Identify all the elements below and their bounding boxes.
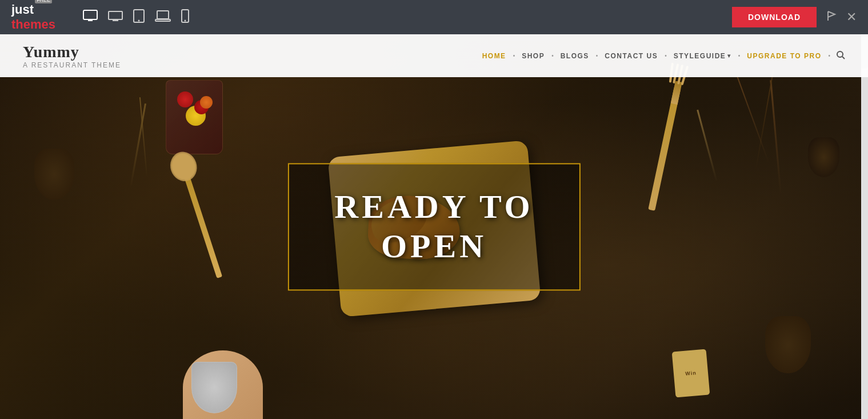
hero-section: Win READY TO OPEN: [0, 34, 868, 419]
mobile-icon[interactable]: [181, 9, 189, 26]
nav-item-contact[interactable]: CONTACT US: [601, 50, 661, 62]
nav-item-blogs[interactable]: BLOGS: [557, 50, 593, 62]
flag-icon[interactable]: [826, 10, 837, 25]
svg-rect-7: [157, 11, 169, 19]
chevron-down-icon: ▾: [727, 53, 731, 59]
site-nav: HOME • SHOP • BLOGS • CONTACT US • STYLE…: [479, 50, 845, 62]
grass-decoration-right: [697, 110, 718, 182]
svg-rect-8: [155, 19, 170, 21]
logo-free-badge: FREE: [35, 0, 52, 3]
site-wrapper: Win READY TO OPEN Yummy A Restaurant The…: [0, 34, 868, 419]
laptop-icon[interactable]: [155, 10, 171, 25]
pinecone-right: [765, 316, 811, 373]
toolbar-right: DOWNLOAD ✕: [732, 7, 857, 27]
site-logo-title: Yummy: [23, 43, 121, 61]
svg-point-10: [185, 19, 186, 21]
hero-text-box: READY TO OPEN: [287, 163, 580, 290]
nav-dot-3: •: [596, 53, 598, 59]
svg-rect-0: [83, 10, 97, 19]
logo-themes: themes: [11, 17, 55, 32]
branch-decoration: [770, 80, 781, 194]
nav-dot-5: •: [738, 53, 741, 59]
nav-dot-6: •: [828, 53, 830, 59]
monitor-icon[interactable]: [108, 10, 123, 25]
pinecone-right-2: [808, 137, 839, 177]
fruit-red-1: [177, 91, 193, 107]
logo-area[interactable]: just FREE themes: [11, 2, 55, 32]
site-header: Yummy A Restaurant Theme HOME • SHOP • B…: [0, 34, 868, 77]
tablet-icon[interactable]: [133, 9, 145, 26]
nav-dot-4: •: [665, 53, 667, 59]
scrollbar[interactable]: [861, 34, 868, 419]
spoon-handle: [183, 173, 222, 278]
logo-just: just: [11, 2, 34, 17]
nav-item-shop[interactable]: SHOP: [518, 50, 548, 62]
hero-text-wrapper: READY TO OPEN: [287, 163, 580, 290]
search-icon[interactable]: [836, 50, 845, 62]
device-icons: [83, 9, 189, 26]
nav-item-home[interactable]: HOME: [479, 50, 510, 62]
hand-holding-cup: [171, 333, 274, 419]
svg-point-6: [138, 19, 140, 21]
svg-line-12: [842, 57, 845, 59]
site-logo[interactable]: Yummy A Restaurant Theme: [23, 43, 121, 69]
toolbar-left: just FREE themes: [11, 2, 189, 32]
nav-dot-1: •: [513, 53, 515, 59]
svg-point-11: [837, 51, 843, 57]
nav-dot-2: •: [551, 53, 554, 59]
desktop-icon[interactable]: [83, 10, 98, 25]
price-tag: Win: [672, 349, 710, 398]
fruit-orange: [200, 96, 213, 109]
close-icon[interactable]: ✕: [846, 10, 857, 25]
download-button[interactable]: DOWNLOAD: [732, 7, 817, 27]
nav-item-upgrade[interactable]: UPGRADE TO PRO: [743, 50, 825, 62]
svg-rect-3: [109, 11, 122, 19]
pinecone-left: [34, 149, 74, 200]
toolbar: just FREE themes: [0, 0, 868, 34]
hero-title-line1: READY TO: [334, 187, 533, 227]
branch-2: [755, 69, 774, 171]
hero-title: READY TO OPEN: [334, 187, 533, 266]
hero-title-line2: OPEN: [334, 227, 533, 267]
site-logo-subtitle: A Restaurant Theme: [23, 61, 121, 69]
nav-item-styleguide[interactable]: STYLEGUIDE ▾: [670, 50, 735, 62]
fork-handle: [648, 86, 681, 211]
